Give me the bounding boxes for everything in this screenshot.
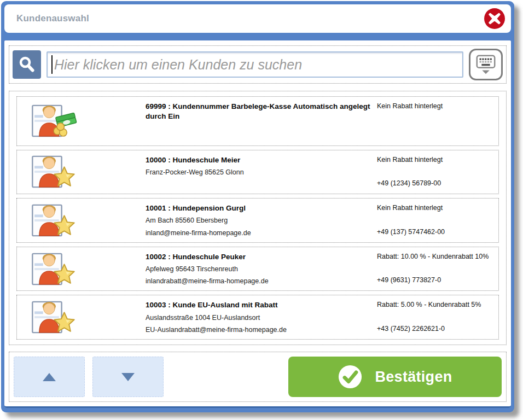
customer-title: 69999 : Kundennummer Barbelege-Kasse Aut… (146, 102, 377, 121)
customer-title: 10001 : Hundepension Gurgl (146, 203, 377, 213)
customer-phone: +43 (7452) 2262621-0 (377, 324, 493, 334)
customer-address: Auslandsstraße 1004 EU-Auslandsort (146, 313, 377, 323)
customer-list: 69999 : Kundennummer Barbelege-Kasse Aut… (9, 91, 507, 345)
search-input[interactable] (47, 51, 463, 78)
window-title: Kundenauswahl (16, 13, 89, 24)
scroll-down-button[interactable] (92, 357, 164, 397)
search-icon (17, 55, 37, 74)
customer-title: 10002 : Hundeschule Peuker (146, 252, 377, 262)
customer-main-info: 10001 : Hundepension Gurgl Am Bach 85560… (146, 202, 377, 238)
customer-row[interactable]: 10003 : Kunde EU-Ausland mit Rabatt Ausl… (16, 295, 499, 340)
customer-row[interactable]: 10002 : Hundeschule Peuker Apfelweg 9564… (16, 247, 499, 291)
customer-icon-cell (17, 251, 146, 287)
customer-email: inland@meine-firma-homepage.de (146, 229, 377, 238)
customer-address (146, 122, 377, 131)
search-input-wrap (47, 51, 463, 78)
customer-phone (377, 131, 493, 140)
customer-discount: Kein Rabatt hinterlegt (377, 203, 493, 213)
customer-main-info: 10002 : Hundeschule Peuker Apfelweg 9564… (146, 251, 377, 287)
close-icon (484, 8, 505, 30)
arrow-down-icon (121, 373, 135, 381)
customer-main-info: 10003 : Kunde EU-Ausland mit Rabatt Ausl… (146, 299, 377, 335)
confirm-button-label: Bestätigen (375, 369, 452, 386)
customer-star-icon (30, 300, 80, 335)
customer-side-info: Rabatt: 5.00 % - Kundenrabatt 5% +43 (74… (377, 299, 493, 335)
main-panel: 69999 : Kundennummer Barbelege-Kasse Aut… (4, 40, 511, 408)
customer-icon-cell (17, 154, 146, 190)
kundenauswahl-window: Kundenauswahl (1, 1, 514, 412)
customer-phone: +49 (9631) 773827-0 (377, 276, 493, 285)
customer-discount: Kein Rabatt hinterlegt (377, 155, 493, 165)
customer-money-icon (30, 103, 80, 138)
customer-phone: +49 (1234) 56789-00 (377, 179, 493, 188)
keyboard-button[interactable] (469, 49, 503, 80)
customer-email: EU-Auslandrabatt@meine-firma-homepage.de (146, 325, 377, 335)
search-bar (9, 45, 507, 84)
customer-icon-cell (17, 299, 146, 335)
customer-discount: Kein Rabatt hinterlegt (377, 102, 493, 111)
customer-title: 10003 : Kunde EU-Ausland mit Rabatt (146, 300, 377, 310)
customer-main-info: 10000 : Hundeschule Meier Franz-Pocker-W… (146, 154, 377, 190)
customer-star-icon (30, 154, 80, 189)
customer-discount: Rabatt: 10.00 % - Kundenrabatt 10% (377, 252, 493, 261)
customer-side-info: Kein Rabatt hinterlegt +49 (137) 5747462… (377, 202, 493, 238)
check-icon (338, 364, 363, 389)
customer-email (146, 132, 377, 141)
customer-side-info: Kein Rabatt hinterlegt (377, 101, 493, 142)
arrow-up-icon (43, 373, 56, 381)
customer-star-icon (30, 252, 80, 287)
customer-icon-cell (17, 101, 146, 142)
keyboard-icon (474, 53, 497, 76)
titlebar: Kundenauswahl (4, 4, 511, 33)
customer-address: Am Bach 85560 Ebersberg (146, 216, 377, 225)
customer-phone: +49 (137) 5747462-00 (377, 228, 493, 237)
text-caret (51, 55, 53, 74)
customer-row[interactable]: 69999 : Kundennummer Barbelege-Kasse Aut… (16, 96, 499, 146)
customer-address: Franz-Pocker-Weg 85625 Glonn (146, 168, 377, 177)
customer-icon-cell (17, 202, 146, 238)
customer-title: 10000 : Hundeschule Meier (146, 155, 377, 165)
customer-address: Apfelweg 95643 Tirschenreuth (146, 265, 377, 274)
customer-side-info: Rabatt: 10.00 % - Kundenrabatt 10% +49 (… (377, 251, 493, 287)
confirm-button[interactable]: Bestätigen (288, 357, 502, 397)
customer-main-info: 69999 : Kundennummer Barbelege-Kasse Aut… (146, 101, 377, 142)
scroll-up-button[interactable] (14, 357, 85, 397)
close-button[interactable] (484, 8, 505, 30)
customer-row[interactable]: 10000 : Hundeschule Meier Franz-Pocker-W… (16, 150, 499, 195)
customer-email (146, 180, 377, 189)
bottom-bar: Bestätigen (9, 352, 507, 402)
customer-row[interactable]: 10001 : Hundepension Gurgl Am Bach 85560… (16, 198, 499, 243)
customer-email: inlandrabatt@meine-firma-homepage.de (146, 277, 377, 286)
customer-star-icon (30, 203, 80, 238)
search-button[interactable] (13, 50, 41, 79)
customer-side-info: Kein Rabatt hinterlegt +49 (1234) 56789-… (377, 154, 493, 190)
customer-discount: Rabatt: 5.00 % - Kundenrabatt 5% (377, 300, 493, 310)
